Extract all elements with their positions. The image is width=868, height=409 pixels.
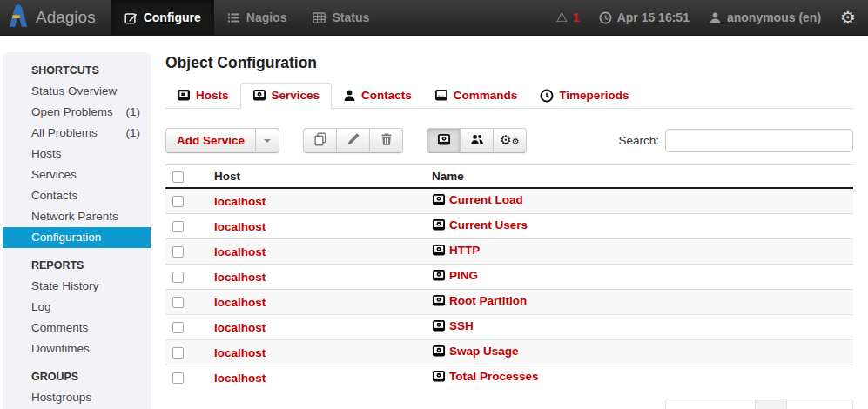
service-icon [432,272,446,285]
host-link[interactable]: localhost [214,321,266,334]
service-link[interactable]: Current Load [449,193,523,206]
user-icon [709,11,722,24]
previous-page-button[interactable]: ← Previous [665,399,756,409]
sidebar-item-state-history[interactable]: State History [3,276,151,297]
pencil-icon [347,132,360,149]
sidebar-heading-groups: GROUPS [3,365,151,387]
select-all-header[interactable] [165,165,207,189]
copy-icon [313,132,327,149]
row-checkbox[interactable] [172,221,184,232]
add-service-dropdown-button[interactable] [255,128,279,153]
chevron-down-icon [264,139,271,143]
host-link[interactable]: localhost [214,220,266,233]
user-menu[interactable]: anonymous (en) [709,10,821,24]
sidebar-item-comments[interactable]: Comments [3,318,151,339]
table-row: localhost HTTP [165,239,853,265]
sidebar-item-open-problems[interactable]: (1) Open Problems [3,102,151,123]
list-icon [227,11,240,24]
tab-commands[interactable]: Commands [423,83,529,109]
row-checkbox[interactable] [172,246,184,258]
main-content: Object Configuration Hosts Services Cont… [165,50,853,409]
sidebar-item-downtimes[interactable]: Downtimes [3,339,151,359]
sidebar-item-hosts[interactable]: Hosts [3,144,151,164]
service-link[interactable]: PING [449,269,478,282]
host-link[interactable]: localhost [214,346,266,359]
filter-services-button[interactable] [427,128,461,153]
current-page-button[interactable]: 1 [755,399,788,409]
select-all-checkbox[interactable] [172,171,184,183]
column-header-name[interactable]: Name [425,165,853,189]
nav-item-label: Configure [144,10,201,24]
nav-item-status[interactable]: Status [299,0,382,35]
navbar-right: ⚠ 1 Apr 15 16:51 anonymous (en) ⚙ [555,0,868,35]
host-link[interactable]: localhost [214,245,266,258]
service-link[interactable]: Root Partition [449,294,527,307]
datetime-indicator: Apr 15 16:51 [599,10,690,24]
tab-timeperiods[interactable]: Timeperiods [528,83,640,109]
sidebar-item-network-parents[interactable]: Network Parents [3,206,151,227]
sidebar-item-configuration[interactable]: Configuration [3,227,151,248]
service-link[interactable]: Current Users [449,218,528,231]
delete-button[interactable] [369,128,403,153]
service-icon [432,322,446,335]
service-link[interactable]: HTTP [449,244,480,257]
clock-icon [540,89,554,103]
toolbar: Add Service ⚙⚙ [165,128,853,153]
brand[interactable]: Adagios [0,0,111,35]
filter-contacts-button[interactable] [460,128,494,153]
column-header-host[interactable]: Host [207,165,425,189]
object-type-tabs: Hosts Services Contacts Commands Timeper… [165,83,853,109]
filter-settings-button[interactable]: ⚙⚙ [493,128,527,153]
table-row: localhost Total Processes [165,365,853,391]
service-icon [432,246,446,259]
next-page-button[interactable]: Next → [786,399,853,409]
sidebar-heading-reports: REPORTS [3,254,151,276]
search-label: Search: [618,134,659,147]
row-checkbox[interactable] [172,322,184,333]
tab-hosts[interactable]: Hosts [165,83,240,109]
nav-item-configure[interactable]: Configure [111,0,214,35]
host-link[interactable]: localhost [214,372,266,385]
table-row: localhost SSH [165,315,853,340]
gears-icon: ⚙⚙ [500,134,519,147]
table-footer: Showing 1 to 8 of 8 entries (filtered fr… [165,399,853,409]
edit-button[interactable] [336,128,370,153]
service-link[interactable]: SSH [449,319,474,332]
host-link[interactable]: localhost [214,195,266,208]
tab-contacts[interactable]: Contacts [332,83,423,109]
problems-indicator[interactable]: ⚠ 1 [555,10,579,25]
page-title: Object Configuration [165,54,853,72]
row-checkbox[interactable] [172,196,184,207]
sidebar-item-services[interactable]: Services [3,164,151,185]
service-link[interactable]: Swap Usage [449,345,519,358]
problems-count: 1 [573,10,580,24]
service-icon [437,133,451,149]
sidebar-item-hostgroups[interactable]: Hostgroups [3,387,151,408]
table-row: localhost Current Load [165,188,853,214]
search-input[interactable] [665,129,853,152]
tab-services[interactable]: Services [240,83,333,109]
contact-icon [343,89,356,102]
host-link[interactable]: localhost [214,271,266,284]
sidebar-item-log[interactable]: Log [3,297,151,318]
pagination: ← Previous 1 Next → [665,399,853,409]
sidebar-item-all-problems[interactable]: (1) All Problems [3,123,151,144]
row-checkbox[interactable] [172,272,184,283]
host-icon [177,89,191,102]
row-checkbox[interactable] [172,372,184,384]
service-icon [432,297,446,310]
host-link[interactable]: localhost [214,296,266,309]
table-header-row: Host Name [165,165,853,189]
nav-item-nagios[interactable]: Nagios [214,0,300,35]
sidebar-item-status-overview[interactable]: Status Overview [3,81,151,102]
service-icon [252,89,266,102]
copy-button[interactable] [303,128,337,153]
sidebar-item-contacts[interactable]: Contacts [3,185,151,206]
add-service-button[interactable]: Add Service [165,128,256,153]
service-link[interactable]: Total Processes [449,370,539,383]
row-checkbox[interactable] [172,347,184,359]
table-icon [313,11,326,24]
trash-icon [380,132,394,149]
row-checkbox[interactable] [172,297,184,308]
gear-icon[interactable]: ⚙ [840,9,856,26]
